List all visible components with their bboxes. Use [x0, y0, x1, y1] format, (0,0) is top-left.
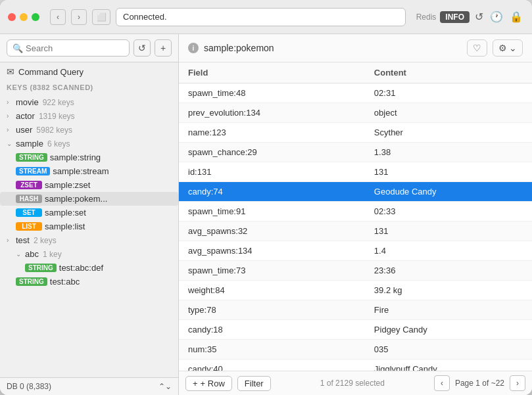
pagination-info: 1 of 2129 selected: [276, 379, 429, 388]
tree-item-test-abc[interactable]: STRING test:abc: [0, 275, 178, 289]
field-cell: spawn_time:73: [179, 261, 365, 281]
lock-icon-button[interactable]: 🔒: [508, 9, 524, 24]
tree-item-abc[interactable]: ⌄ abc 1 key: [0, 247, 178, 261]
close-button[interactable]: [8, 13, 16, 21]
field-cell: spawn_time:91: [179, 202, 365, 221]
tree-item-count: 922 keys: [43, 98, 74, 107]
redis-label: Redis: [416, 12, 437, 22]
page-label: Page 1 of ~22: [452, 379, 507, 388]
table-row[interactable]: candy:74Geodude Candy: [179, 182, 532, 202]
table-row[interactable]: prev_evolution:134object: [179, 103, 532, 123]
table-row[interactable]: num:35035: [179, 340, 532, 360]
table-row[interactable]: spawn_time:9102:33: [179, 202, 532, 221]
stream-badge: STREAM: [16, 167, 50, 175]
table-row[interactable]: spawn_time:7323:36: [179, 261, 532, 281]
traffic-lights: [8, 13, 39, 21]
field-cell: id:131: [179, 162, 365, 182]
maximize-button[interactable]: [32, 13, 39, 21]
minimize-button[interactable]: [20, 13, 28, 21]
table-row[interactable]: avg_spawns:32131: [179, 221, 532, 241]
main-layout: 🔍 ↺ + ✉ Command Query KEYS (8382 SCANNED…: [0, 34, 532, 395]
tree-item-test-abc-def[interactable]: STRING test:abc:def: [0, 261, 178, 275]
add-row-button[interactable]: + + Row: [185, 376, 232, 391]
tree-item-label: test: [16, 235, 30, 245]
info-button[interactable]: INFO: [440, 11, 470, 23]
tree-item-label: sample:zset: [45, 180, 90, 190]
table-row[interactable]: avg_spawns:1341.4: [179, 241, 532, 261]
next-page-button[interactable]: ›: [510, 375, 525, 391]
content-cell: Pidgey Candy: [365, 320, 532, 340]
content-cell: 131: [365, 221, 532, 241]
titlebar: ‹ › ⬜ Connected. Redis INFO ↺ 🕐 🔒: [0, 0, 532, 34]
field-cell: prev_evolution:134: [179, 103, 365, 123]
settings-button[interactable]: ⚙ ⌄: [493, 39, 523, 57]
search-icon: 🔍: [12, 43, 23, 53]
tree-item-label: sample:string: [50, 152, 101, 162]
tree-item-label: test:abc:def: [59, 263, 103, 273]
content-cell: 02:33: [365, 202, 532, 221]
refresh-icon-button[interactable]: ↺: [473, 9, 485, 24]
table-row[interactable]: candy:18Pidgey Candy: [179, 320, 532, 340]
search-box[interactable]: 🔍: [7, 39, 130, 57]
table-row[interactable]: weight:8439.2 kg: [179, 281, 532, 300]
favorite-button[interactable]: ♡: [467, 39, 487, 57]
db-arrow-icon: ⌃⌄: [158, 382, 172, 391]
table-row[interactable]: spawn_chance:291.38: [179, 143, 532, 162]
tree-item-sample[interactable]: ⌄ sample 6 keys: [0, 137, 178, 151]
tree-item-sample-zset[interactable]: ZSET sample:zset: [0, 178, 178, 192]
content-header: i sample:pokemon ♡ ⚙ ⌄: [179, 34, 532, 62]
page-navigation: ‹ Page 1 of ~22 ›: [434, 375, 525, 391]
prev-page-button[interactable]: ‹: [434, 375, 450, 391]
command-query-section[interactable]: ✉ Command Query: [0, 62, 178, 81]
keys-header: KEYS (8382 SCANNED): [0, 81, 178, 94]
titlebar-actions: Redis INFO ↺ 🕐 🔒: [416, 9, 524, 24]
table-row[interactable]: id:131131: [179, 162, 532, 182]
content-cell: 1.4: [365, 241, 532, 261]
table-row[interactable]: candy:40Jigglypuff Candy: [179, 360, 532, 371]
tree-item-label: test:abc: [50, 277, 80, 287]
tree-item-actor[interactable]: › actor 1319 keys: [0, 109, 178, 123]
content-cell: Jigglypuff Candy: [365, 360, 532, 371]
tree-item-user[interactable]: › user 5982 keys: [0, 123, 178, 137]
refresh-sidebar-button[interactable]: ↺: [133, 39, 151, 57]
chevron-right-icon: ›: [7, 237, 13, 244]
set-badge: SET: [16, 208, 42, 217]
tree-item-count: 2 keys: [34, 236, 57, 245]
forward-button[interactable]: ›: [71, 9, 87, 25]
field-cell: avg_spawns:32: [179, 221, 365, 241]
content-cell: 1.38: [365, 143, 532, 162]
sidebar-toolbar: 🔍 ↺ +: [0, 34, 178, 62]
browser-icon-button[interactable]: ⬜: [92, 9, 110, 25]
tree-item-label: sample:set: [45, 208, 86, 218]
sidebar-tree: › movie 922 keys › actor 1319 keys › use…: [0, 94, 178, 377]
tree-item-label: actor: [16, 111, 35, 121]
content-area: i sample:pokemon ♡ ⚙ ⌄ Field Content spa…: [179, 34, 532, 395]
tree-item-count: 6 keys: [47, 139, 70, 149]
tree-item-sample-stream[interactable]: STREAM sample:stream: [0, 164, 178, 178]
add-key-button[interactable]: +: [155, 39, 172, 57]
content-cell: object: [365, 103, 532, 123]
tree-item-sample-set[interactable]: SET sample:set: [0, 206, 178, 220]
field-cell: spawn_time:48: [179, 83, 365, 103]
filter-button[interactable]: Filter: [237, 376, 271, 391]
string-badge: STRING: [25, 264, 57, 272]
table-row[interactable]: name:123Scyther: [179, 123, 532, 143]
field-cell: candy:74: [179, 182, 365, 202]
tree-item-test[interactable]: › test 2 keys: [0, 233, 178, 247]
tree-item-movie[interactable]: › movie 922 keys: [0, 95, 178, 109]
tree-item-sample-string[interactable]: STRING sample:string: [0, 151, 178, 164]
field-cell: candy:40: [179, 360, 365, 371]
data-table: Field Content spawn_time:4802:31prev_evo…: [179, 62, 532, 371]
chevron-down-icon: ⌄: [16, 250, 22, 258]
back-button[interactable]: ‹: [50, 9, 66, 25]
info-circle-icon: i: [188, 43, 199, 53]
chevron-down-icon: ⌄: [509, 43, 517, 53]
table-row[interactable]: type:78Fire: [179, 300, 532, 320]
tree-item-sample-list[interactable]: LIST sample:list: [0, 220, 178, 233]
tree-item-sample-hash[interactable]: HASH sample:pokem...: [0, 192, 178, 206]
history-icon-button[interactable]: 🕐: [489, 9, 504, 24]
chevron-down-icon: ⌄: [7, 140, 13, 147]
record-title: sample:pokemon: [204, 43, 462, 53]
search-input[interactable]: [26, 43, 124, 53]
table-row[interactable]: spawn_time:4802:31: [179, 83, 532, 103]
